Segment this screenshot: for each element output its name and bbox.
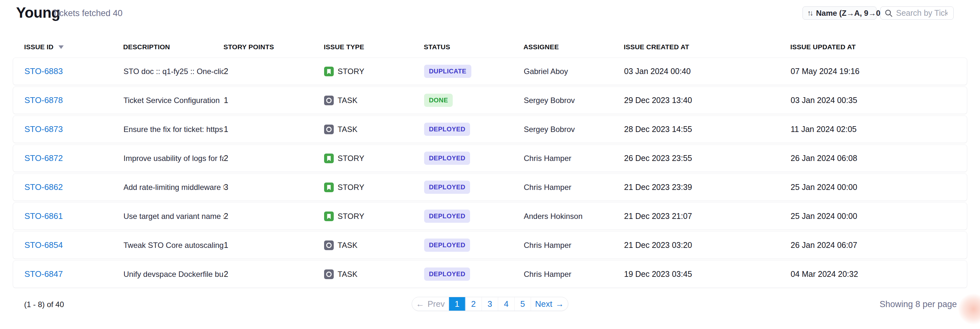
- status-badge: DONE: [424, 94, 453, 107]
- description-cell: Ensure the fix for ticket: https://h...: [124, 125, 224, 134]
- page-button-4[interactable]: 4: [498, 297, 515, 311]
- updated-at-cell: 11 Jan 2024 02:05: [791, 125, 967, 134]
- table-body: STO-6883 STO doc :: q1-fy25 :: One-click…: [13, 57, 967, 288]
- issue-type-cell: TASK: [324, 270, 424, 279]
- task-icon: [324, 270, 334, 279]
- assignee-cell: Chris Hamper: [524, 154, 624, 163]
- status-badge: DEPLOYED: [424, 238, 470, 252]
- issue-type-label: STORY: [337, 212, 364, 221]
- results-range: (1 - 8) of 40: [24, 300, 64, 309]
- col-issue-id-label: ISSUE ID: [24, 43, 53, 51]
- table-header-row: ISSUE ID DESCRIPTION STORY POINTS ISSUE …: [13, 40, 967, 54]
- table-row[interactable]: STO-6854 Tweak STO Core autoscaling par.…: [13, 232, 967, 259]
- next-label: Next: [535, 299, 552, 309]
- issue-id-link[interactable]: STO-6861: [24, 211, 63, 221]
- story-points-cell: 1: [224, 96, 324, 105]
- pagination: ← Prev 12345 Next →: [412, 297, 568, 311]
- updated-at-cell: 26 Jan 2024 06:08: [791, 153, 967, 163]
- col-issue-id[interactable]: ISSUE ID: [24, 43, 123, 51]
- col-assignee: ASSIGNEE: [523, 43, 624, 51]
- story-icon: [324, 153, 334, 163]
- col-description: DESCRIPTION: [123, 43, 223, 51]
- col-status: STATUS: [424, 43, 523, 51]
- description-cell: Improve usability of logs for failur...: [124, 154, 224, 163]
- table-row[interactable]: STO-6862 Add rate-limiting middleware to…: [13, 174, 967, 201]
- task-icon: [324, 241, 334, 250]
- page-button-5[interactable]: 5: [515, 297, 531, 311]
- issue-type-label: STORY: [337, 183, 364, 192]
- story-icon: [324, 67, 334, 76]
- created-at-cell: 26 Dec 2023 23:55: [624, 153, 791, 163]
- col-issue-type: ISSUE TYPE: [324, 43, 424, 51]
- assignee-cell: Anders Hokinson: [524, 212, 624, 221]
- created-at-cell: 21 Dec 2023 03:20: [624, 241, 791, 250]
- updated-at-cell: 25 Jan 2024 00:00: [791, 211, 967, 221]
- assignee-cell: Chris Hamper: [524, 270, 624, 279]
- issue-type-label: TASK: [337, 241, 358, 250]
- page-button-1[interactable]: 1: [449, 297, 466, 311]
- page-button-3[interactable]: 3: [482, 297, 498, 311]
- created-at-cell: 19 Dec 2023 03:45: [624, 270, 791, 279]
- issue-id-link[interactable]: STO-6883: [24, 66, 63, 76]
- arrow-left-icon: ←: [416, 299, 425, 309]
- status-badge: DEPLOYED: [424, 152, 470, 165]
- issue-id-link[interactable]: STO-6872: [24, 153, 63, 163]
- table-row[interactable]: STO-6878 Ticket Service Configuration 1 …: [13, 86, 967, 114]
- table-row[interactable]: STO-6873 Ensure the fix for ticket: http…: [13, 115, 967, 143]
- story-points-cell: 2: [224, 67, 324, 76]
- description-cell: Add rate-limiting middleware to S...: [124, 183, 224, 192]
- sort-dropdown[interactable]: ↑↓ Name (Z→A, 9→0): [802, 6, 877, 20]
- search-icon: [885, 9, 893, 18]
- table-row[interactable]: STO-6861 Use target and variant name sea…: [13, 203, 967, 230]
- issue-id-link[interactable]: STO-6847: [24, 269, 63, 279]
- created-at-cell: 29 Dec 2023 13:40: [624, 96, 791, 105]
- issue-type-cell: STORY: [324, 182, 424, 192]
- per-page-label: Showing 8 per page: [880, 299, 957, 309]
- table-row[interactable]: STO-6847 Unify devspace Dockerfile build…: [13, 260, 967, 288]
- updated-at-cell: 04 Mar 2024 20:32: [791, 270, 967, 279]
- status-badge: DEPLOYED: [424, 180, 470, 194]
- top-bar: Young Tickets fetched 40 ↑↓ Name (Z→A, 9…: [0, 0, 980, 26]
- assignee-cell: Gabriel Aboy: [524, 67, 624, 76]
- issue-id-link[interactable]: STO-6854: [24, 240, 63, 250]
- created-at-cell: 28 Dec 2023 14:55: [624, 125, 791, 134]
- search-box[interactable]: [880, 6, 954, 20]
- search-input[interactable]: [896, 8, 948, 18]
- story-points-cell: 1: [224, 241, 324, 250]
- updated-at-cell: 07 May 2024 19:16: [791, 67, 967, 76]
- status-badge: DEPLOYED: [424, 123, 470, 136]
- description-cell: STO doc :: q1-fy25 :: One-click e...: [124, 67, 224, 76]
- sort-arrows-icon: ↑↓: [807, 9, 812, 18]
- created-at-cell: 21 Dec 2023 21:07: [624, 211, 791, 221]
- created-at-cell: 21 Dec 2023 23:39: [624, 182, 791, 192]
- assignee-cell: Sergey Bobrov: [524, 125, 624, 134]
- col-story-points: STORY POINTS: [223, 43, 324, 51]
- assignee-cell: Chris Hamper: [524, 241, 624, 250]
- issue-type-cell: STORY: [324, 211, 424, 221]
- table-row[interactable]: STO-6872 Improve usability of logs for f…: [13, 145, 967, 172]
- next-button[interactable]: Next →: [531, 297, 568, 311]
- col-created-at: ISSUE CREATED AT: [624, 43, 790, 51]
- issues-table: ISSUE ID DESCRIPTION STORY POINTS ISSUE …: [13, 40, 967, 289]
- assignee-cell: Chris Hamper: [524, 183, 624, 192]
- table-row[interactable]: STO-6883 STO doc :: q1-fy25 :: One-click…: [13, 57, 967, 85]
- page-button-2[interactable]: 2: [466, 297, 482, 311]
- updated-at-cell: 03 Jan 2024 00:35: [791, 96, 967, 105]
- pagination-footer: (1 - 8) of 40 ← Prev 12345 Next → Showin…: [0, 297, 980, 311]
- story-points-cell: 1: [224, 125, 324, 134]
- story-icon: [324, 211, 334, 221]
- updated-at-cell: 26 Jan 2024 06:07: [791, 241, 967, 250]
- task-icon: [324, 96, 334, 105]
- issue-type-cell: STORY: [324, 67, 424, 76]
- task-icon: [324, 125, 334, 134]
- issue-id-link[interactable]: STO-6873: [24, 124, 63, 134]
- issue-type-label: STORY: [337, 67, 364, 76]
- status-badge: DEPLOYED: [424, 209, 470, 223]
- arrow-right-icon: →: [555, 299, 564, 309]
- status-badge: DUPLICATE: [424, 65, 471, 78]
- description-cell: Ticket Service Configuration: [124, 96, 224, 105]
- status-badge: DEPLOYED: [424, 268, 470, 281]
- issue-id-link[interactable]: STO-6878: [24, 95, 63, 105]
- issue-id-link[interactable]: STO-6862: [24, 182, 63, 192]
- prev-button[interactable]: ← Prev: [412, 297, 449, 311]
